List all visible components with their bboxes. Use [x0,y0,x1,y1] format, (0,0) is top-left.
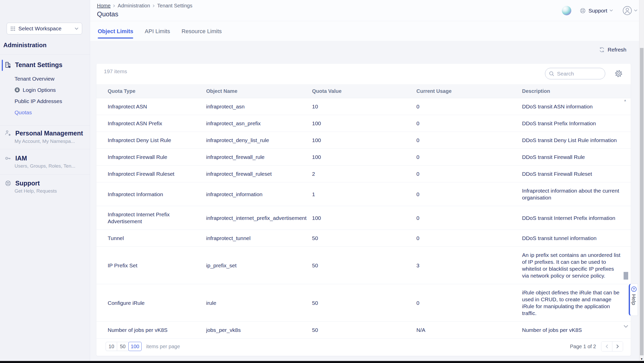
support-menu[interactable]: Support [579,7,613,14]
table-row[interactable]: Infraprotect Informationinfraprotect_inf… [96,182,631,206]
column-header-quota-value[interactable]: Quota Value [312,88,416,94]
question-icon: ? [631,286,637,292]
cell-type: Configure iRule [108,295,206,311]
refresh-button[interactable]: Refresh [599,47,626,53]
table-row[interactable]: Infraprotect ASN Prefixinfraprotect_asn_… [96,115,631,132]
window-scrollbar-thumb[interactable] [640,48,643,355]
sidebar-section-title: Administration [3,42,46,49]
tab-api-limits[interactable]: API Limits [145,28,170,41]
column-header-object-name[interactable]: Object Name [206,88,312,94]
sidebar-item-label: IAM [15,155,27,162]
table-row[interactable]: Number of jobs per vK8Sjobs_per_vk8s50N/… [96,322,631,339]
content-area: Refresh 197 items [90,41,644,363]
cell-name: infraprotect_asn [206,98,312,115]
user-menu[interactable] [623,6,637,15]
cell-name: infraprotect_information [206,186,312,203]
cell-value: 10 [312,98,416,115]
sidebar-item-personal-management[interactable]: Personal Management [0,130,90,137]
breadcrumb-item: Tenant Settings [157,3,192,9]
table-body: Infraprotect ASNinfraprotect_asn100DDoS … [96,98,631,339]
sidebar-item-label: Personal Management [15,130,83,137]
sidebar-item-subtitle: Users, Groups, Roles, Ten... [15,163,75,169]
cell-value: 50 [312,295,416,311]
prev-page-button[interactable] [601,342,612,351]
cell-desc: Infraprotect information about the curre… [522,182,631,206]
refresh-icon [599,47,605,53]
table-scrollbar-thumb[interactable] [624,272,628,280]
cell-type: Infraprotect Deny List Rule [108,132,206,148]
sidebar-item-tenant-settings[interactable]: Tenant Settings [0,61,90,69]
cell-desc: DDoS transit Internet Prefix information [522,210,631,226]
sidebar-item-label: Tenant Settings [15,61,63,69]
person-gear-icon [5,130,11,137]
table-row[interactable]: Infraprotect Firewall Rulesetinfraprotec… [96,166,631,182]
cell-desc: iRule object defines the iRule that can … [522,284,631,321]
cell-usage: N/A [416,322,522,338]
workspace-selector[interactable]: Select Workspace [7,23,82,34]
column-header-description[interactable]: Description [522,88,631,94]
sidebar-item-quotas[interactable]: Quotas [15,109,62,116]
cell-usage: 0 [416,98,522,115]
scrollbar-down-arrow[interactable]: ▼ [639,357,644,360]
cell-type: Tunnel [108,230,206,246]
search-input[interactable] [557,71,598,77]
page-size-100[interactable]: 100 [128,342,142,351]
cell-value: 50 [312,322,416,338]
cloud-sphere-logo [562,6,571,15]
cell-value: 50 [312,257,416,274]
cell-type: Infraprotect Internet Prefix Advertiseme… [108,206,206,230]
cell-value: 50 [312,230,416,246]
chevron-right-icon [113,4,115,7]
cell-usage: 0 [416,230,522,246]
chevron-right-icon [153,4,155,7]
cell-value: 1 [312,186,416,203]
scroll-up-arrow[interactable]: ▲ [624,98,627,102]
app-window: Select Workspace Administration [0,0,644,363]
cell-name: ip_prefix_set [206,257,312,274]
grid-icon [10,26,15,31]
cell-type: IP Prefix Set [108,257,206,274]
tab-object-limits[interactable]: Object Limits [98,28,133,41]
table-row[interactable]: Infraprotect ASNinfraprotect_asn100DDoS … [96,98,631,115]
chevron-down-icon [634,9,637,12]
cell-usage: 0 [416,132,522,148]
cell-usage: 0 [416,149,522,165]
cell-value: 100 [312,210,416,226]
table-row[interactable]: Infraprotect Internet Prefix Advertiseme… [96,206,631,230]
cell-name: infraprotect_asn_prefix [206,115,312,132]
sidebar-item-public-ip-addresses[interactable]: Public IP Addresses [15,98,62,105]
table-row[interactable]: Infraprotect Deny List Ruleinfraprotect_… [96,132,631,149]
gear-icon[interactable] [614,69,623,78]
page-size-50[interactable]: 50 [117,342,129,351]
column-header-quota-type[interactable]: Quota Type [108,88,206,94]
divider [0,149,90,149]
breadcrumb-home-link[interactable]: Home [97,3,110,9]
sidebar-item-login-options[interactable]: Login Options [15,86,62,93]
table-row[interactable]: Configure iRuleirule500iRule object defi… [96,284,631,322]
page-size-10[interactable]: 10 [106,342,117,351]
divider [0,125,90,126]
column-header-current-usage[interactable]: Current Usage [416,88,522,94]
window-scrollbar[interactable]: ▼ [639,0,644,363]
next-page-button[interactable] [612,342,623,351]
search-icon [545,71,554,77]
sidebar-item-support[interactable]: Support [0,180,90,187]
cell-type: Infraprotect Firewall Rule [108,149,206,165]
screen-bottom-edge [0,361,644,363]
cell-value: 2 [312,166,416,182]
cell-usage: 0 [416,295,522,311]
scroll-down-arrow[interactable] [624,325,628,328]
cell-usage: 3 [416,257,522,274]
table-row[interactable]: Infraprotect Firewall Ruleinfraprotect_f… [96,149,631,166]
sidebar-item-tenant-overview[interactable]: Tenant Overview [15,75,62,82]
sidebar-item-subtitle: Get Help, Requests [15,188,57,194]
breadcrumb: Home Administration Tenant Settings [97,3,192,9]
sidebar-item-iam[interactable]: IAM [0,155,90,162]
cell-type: Infraprotect ASN [108,98,206,115]
table-header: Quota Type Object Name Quota Value Curre… [96,84,631,98]
main-area: Home Administration Tenant Settings Quot… [90,0,644,363]
table-row[interactable]: Tunnelinfraprotect_tunnel500DDoS transit… [96,230,631,247]
tab-resource-limits[interactable]: Resource Limits [181,28,222,41]
help-tab[interactable]: ? Help [629,284,638,316]
table-row[interactable]: IP Prefix Setip_prefix_set503An ip prefi… [96,247,631,284]
